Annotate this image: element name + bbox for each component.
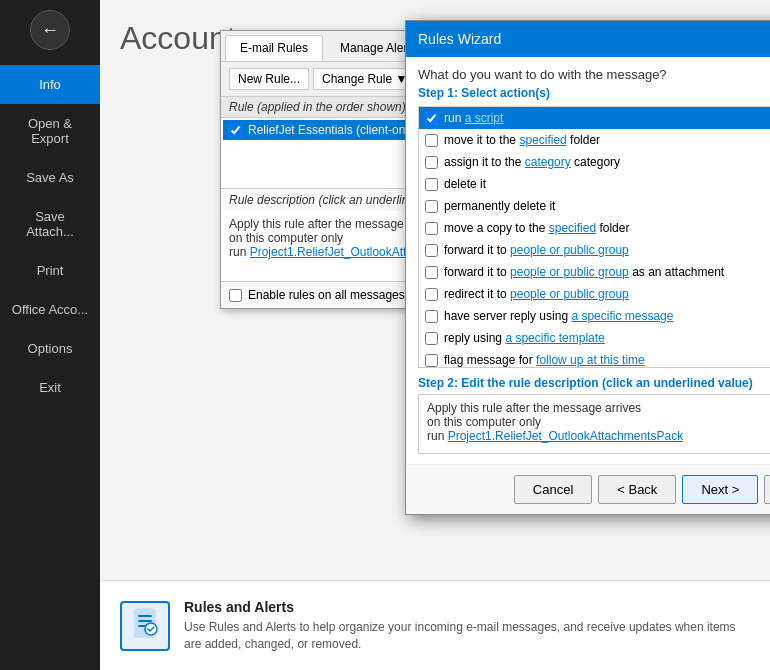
- link-follow-up[interactable]: follow up at this time: [536, 353, 645, 367]
- sidebar-item-print[interactable]: Print: [0, 251, 100, 290]
- checkbox-redirect[interactable]: [425, 288, 438, 301]
- link-specific-template[interactable]: a specific template: [505, 331, 604, 345]
- wizard-step2-label: Step 2: Edit the rule description (click…: [418, 376, 770, 390]
- sidebar-item-save-as[interactable]: Save As: [0, 158, 100, 197]
- bottom-icon-container: [120, 601, 170, 651]
- sidebar-item-options[interactable]: Options: [0, 329, 100, 368]
- wizard-back-button[interactable]: < Back: [598, 475, 676, 504]
- left-sidebar: ← Info Open & Export Save As Save Attach…: [0, 0, 100, 670]
- link-script[interactable]: a script: [465, 111, 504, 125]
- wizard-next-button[interactable]: Next >: [682, 475, 758, 504]
- bottom-icon: [129, 607, 161, 645]
- link-specific-message[interactable]: a specific message: [571, 309, 673, 323]
- back-button[interactable]: ←: [30, 10, 70, 50]
- wizard-finish-button[interactable]: Finish: [764, 475, 770, 504]
- enable-rules-checkbox[interactable]: [229, 289, 242, 302]
- wizard-title: Rules Wizard: [418, 31, 501, 47]
- checkbox-reply-template[interactable]: [425, 332, 438, 345]
- checkbox-forward-people[interactable]: [425, 244, 438, 257]
- checkbox-run-script[interactable]: [425, 112, 438, 125]
- sidebar-item-exit[interactable]: Exit: [0, 368, 100, 407]
- action-perm-delete[interactable]: permanently delete it: [419, 195, 770, 217]
- action-flag-followup[interactable]: flag message for follow up at this time: [419, 349, 770, 368]
- checkbox-forward-attach[interactable]: [425, 266, 438, 279]
- action-move-to[interactable]: move it to the specified folder: [419, 129, 770, 151]
- wizard-step2-description: Apply this rule after the message arrive…: [418, 394, 770, 454]
- wizard-step2-script-link[interactable]: Project1.ReliefJet_OutlookAttachmentsPac…: [448, 429, 683, 443]
- rule-checkbox-reliefjet[interactable]: [229, 124, 242, 137]
- new-rule-button[interactable]: New Rule...: [229, 68, 309, 90]
- link-people-public-3[interactable]: people or public group: [510, 287, 629, 301]
- link-specified-2[interactable]: specified: [549, 221, 596, 235]
- link-people-public-2[interactable]: people or public group: [510, 265, 629, 279]
- action-server-reply[interactable]: have server reply using a specific messa…: [419, 305, 770, 327]
- action-reply-template[interactable]: reply using a specific template: [419, 327, 770, 349]
- checkbox-server-reply[interactable]: [425, 310, 438, 323]
- bottom-section: Rules and Alerts Use Rules and Alerts to…: [100, 580, 770, 670]
- checkbox-move-copy[interactable]: [425, 222, 438, 235]
- bottom-description: Use Rules and Alerts to help organize yo…: [184, 619, 750, 653]
- sidebar-item-info[interactable]: Info: [0, 65, 100, 104]
- tab-email-rules[interactable]: E-mail Rules: [225, 35, 323, 61]
- wizard-body: What do you want to do with the message?…: [406, 57, 770, 464]
- wizard-step1-label: Step 1: Select action(s): [418, 86, 770, 100]
- actions-list: run a script move it to the specified fo…: [418, 106, 770, 368]
- link-specified-1[interactable]: specified: [519, 133, 566, 147]
- svg-rect-2: [138, 620, 152, 622]
- action-assign-category[interactable]: assign it to the category category: [419, 151, 770, 173]
- action-delete[interactable]: delete it: [419, 173, 770, 195]
- bottom-title: Rules and Alerts: [184, 599, 750, 615]
- change-rule-button[interactable]: Change Rule ▼: [313, 68, 416, 90]
- action-redirect[interactable]: redirect it to people or public group: [419, 283, 770, 305]
- wizard-title-bar: Rules Wizard ✕: [406, 21, 770, 57]
- action-run-script[interactable]: run a script: [419, 107, 770, 129]
- bottom-text: Rules and Alerts Use Rules and Alerts to…: [184, 599, 750, 653]
- sidebar-item-office-account[interactable]: Office Acco...: [0, 290, 100, 329]
- checkbox-perm-delete[interactable]: [425, 200, 438, 213]
- checkbox-delete[interactable]: [425, 178, 438, 191]
- link-category[interactable]: category: [525, 155, 571, 169]
- rules-wizard-dialog: Rules Wizard ✕ What do you want to do wi…: [405, 20, 770, 515]
- wizard-footer: Cancel < Back Next > Finish: [406, 464, 770, 514]
- checkbox-flag-followup[interactable]: [425, 354, 438, 367]
- wizard-question: What do you want to do with the message?: [418, 67, 770, 82]
- checkbox-assign-category[interactable]: [425, 156, 438, 169]
- checkbox-move-to[interactable]: [425, 134, 438, 147]
- svg-rect-1: [138, 615, 152, 617]
- action-forward-attach[interactable]: forward it to people or public group as …: [419, 261, 770, 283]
- action-move-copy[interactable]: move a copy to the specified folder: [419, 217, 770, 239]
- wizard-cancel-button[interactable]: Cancel: [514, 475, 592, 504]
- link-people-public-1[interactable]: people or public group: [510, 243, 629, 257]
- sidebar-item-save-attach[interactable]: Save Attach...: [0, 197, 100, 251]
- main-content: Account E-mail Rules Manage Alerts New R…: [100, 0, 770, 670]
- action-forward-people[interactable]: forward it to people or public group: [419, 239, 770, 261]
- sidebar-item-open-export[interactable]: Open & Export: [0, 104, 100, 158]
